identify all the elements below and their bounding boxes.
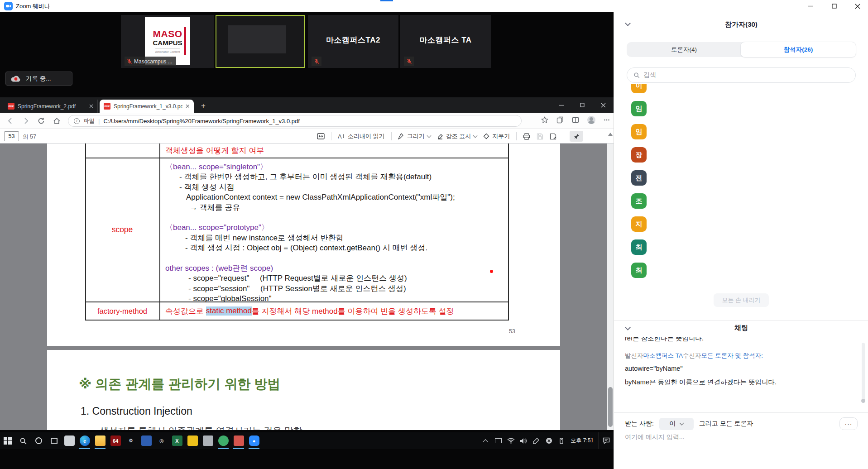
app-icon (64, 436, 75, 446)
video-tile-ta[interactable]: 마소캠퍼스 TA (400, 15, 491, 68)
tray-show-hidden-icons[interactable] (479, 432, 492, 449)
scrollbar-thumb[interactable] (608, 387, 613, 427)
chat-message-input[interactable]: 여기에 메시지 입력... (625, 433, 684, 441)
read-aloud-button[interactable]: A소리내어 읽기 (338, 132, 385, 140)
erase-button[interactable]: 지우기 (483, 132, 510, 140)
draw-button[interactable]: 그리기 (398, 132, 431, 140)
browser-minimize-button[interactable] (551, 97, 572, 113)
start-button[interactable] (0, 432, 15, 449)
refresh-icon[interactable] (36, 116, 46, 126)
search-icon (633, 72, 640, 78)
pinned-apps: e 64 ⚙ (62, 432, 262, 449)
wifi-icon (507, 438, 515, 444)
participant-avatar[interactable]: 최 (631, 239, 647, 255)
tray-ime-icon[interactable] (555, 432, 568, 449)
taskbar-app-button[interactable] (92, 432, 108, 449)
taskbar-app-button[interactable] (231, 432, 246, 449)
task-view-button[interactable] (46, 432, 62, 449)
read-aloud-icon: A (338, 133, 345, 139)
chat-scrollbar[interactable] (862, 343, 865, 401)
taskbar-search-button[interactable] (15, 432, 31, 449)
taskbar-app-button[interactable]: X (169, 432, 185, 449)
back-icon[interactable] (5, 116, 15, 126)
taskbar-app-button[interactable] (216, 432, 231, 449)
chat-message-list[interactable]: ref는 참조한다는 뜻입니다. 발신자마소캠퍼스 TA수신자모든 토론자 및 … (625, 337, 854, 411)
taskbar-app-button[interactable] (62, 432, 77, 449)
cortana-button[interactable] (31, 432, 46, 449)
browser-close-button[interactable] (593, 97, 614, 113)
taskbar-app-button[interactable] (139, 432, 154, 449)
shared-screen: MASO CAMPUS Actionable Content Masocampu… (0, 12, 614, 469)
info-icon[interactable]: i (74, 118, 80, 124)
factory-method-cell: 속성값으로 static method를 지정해서 해당 method를 이용하… (165, 302, 454, 320)
tray-volume-icon[interactable] (517, 432, 530, 449)
participant-avatar[interactable]: 전 (631, 170, 647, 186)
recipient-dropdown[interactable]: 이 (659, 418, 694, 430)
page-number-input[interactable]: 53 (4, 131, 19, 141)
tray-network-icon[interactable] (504, 432, 517, 449)
close-button[interactable] (847, 0, 868, 12)
zoom-logo-icon (4, 2, 13, 10)
print-button[interactable] (523, 133, 530, 140)
home-icon[interactable] (52, 116, 62, 126)
participant-search-input[interactable]: 검색 (627, 67, 856, 83)
logo-text-maso: MASO (153, 29, 182, 39)
taskbar-app-button[interactable]: ● (246, 432, 262, 449)
chat-scrollbar-dot[interactable] (861, 399, 865, 403)
pin-toolbar-button[interactable] (570, 131, 583, 142)
video-tile-ta2[interactable]: 마소캠퍼스TA2 (308, 15, 398, 68)
tab-panelists[interactable]: 토론자(4) (627, 42, 741, 57)
minimize-button[interactable] (800, 0, 821, 12)
pdf-file-icon: PDF (8, 103, 14, 110)
pdf-text-line: - 객체 생성 시점 : Object obj = (Object) conte… (159, 243, 508, 253)
participant-avatar[interactable]: 임 (631, 101, 647, 116)
split-screen-icon[interactable] (572, 116, 579, 124)
browser-tab-inactive[interactable]: PDF SpringFramework_2.pdf (4, 100, 98, 113)
collections-icon[interactable] (556, 116, 564, 124)
maximize-button[interactable] (824, 0, 844, 12)
participant-avatar[interactable]: 지 (631, 216, 647, 232)
tab-close-icon[interactable] (186, 104, 190, 108)
tray-display-icon[interactable] (492, 432, 504, 449)
participant-avatar[interactable]: 장 (631, 147, 647, 163)
taskbar-app-button[interactable] (200, 432, 216, 449)
save-button[interactable] (537, 133, 543, 140)
taskbar-app-button[interactable]: e (77, 432, 92, 449)
action-center-button[interactable] (598, 432, 614, 449)
tab-attendees[interactable]: 참석자(26) (740, 42, 856, 57)
meeting-controls-indicator[interactable] (380, 0, 393, 1)
speaker-icon (520, 438, 527, 444)
taskbar-app-button[interactable]: ◎ (154, 432, 169, 449)
app-icon (95, 436, 106, 446)
tray-app-status-icon[interactable] (542, 432, 555, 449)
participant-avatar[interactable]: 최 (631, 263, 647, 278)
browser-tab-active[interactable]: PDF SpringFramework_1_v3.0.pdf (100, 100, 194, 113)
forward-icon[interactable] (21, 116, 31, 126)
save-as-button[interactable] (550, 133, 556, 140)
favorites-star-icon[interactable] (541, 116, 548, 124)
tray-pen-icon[interactable] (530, 432, 542, 449)
highlight-button[interactable]: 강조 표시 (437, 132, 477, 140)
fit-page-button[interactable] (317, 133, 325, 139)
lower-all-hands-button[interactable]: 모든 손 내리기 (714, 293, 769, 307)
taskbar-app-button[interactable] (185, 432, 200, 449)
tab-close-icon[interactable] (89, 104, 93, 108)
clock[interactable]: 오후 7:51 (568, 437, 598, 445)
participant-avatar[interactable]: 조 (631, 193, 647, 209)
taskbar-app-button[interactable]: ⚙ (123, 432, 139, 449)
recording-indicator[interactable]: 기록 중... (5, 72, 72, 86)
highlighter-icon (437, 133, 443, 139)
participant-avatar[interactable]: 임 (631, 124, 647, 139)
more-menu-icon[interactable] (604, 117, 610, 123)
pdf-scrollbar[interactable] (607, 144, 614, 430)
new-tab-button[interactable]: + (198, 101, 208, 111)
scroll-up-arrow[interactable] (608, 133, 613, 136)
taskbar-app-button[interactable]: 64 (108, 432, 123, 449)
address-field[interactable]: i 파일 | C:/Users/mm/Desktop/Spring%20Fram… (68, 115, 522, 127)
browser-maximize-button[interactable] (572, 97, 593, 113)
video-tile-active-speaker[interactable] (216, 15, 305, 68)
video-tile-masocampus[interactable]: MASO CAMPUS Actionable Content Masocampu… (121, 15, 214, 68)
profile-avatar[interactable] (587, 116, 595, 124)
chat-more-options-button[interactable]: ··· (839, 417, 858, 430)
pdf-viewport[interactable]: 객체생성을 어떻게 할지 여부 scope 〈bean... scope="si… (0, 144, 614, 430)
